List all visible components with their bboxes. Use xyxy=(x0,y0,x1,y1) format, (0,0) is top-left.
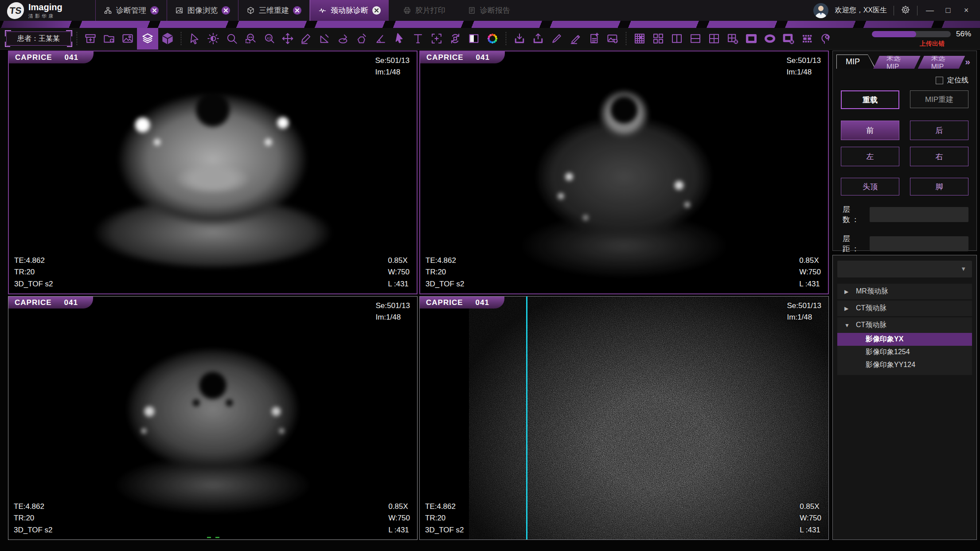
collapse-arrow-icon[interactable]: ▼ xyxy=(844,322,851,328)
filmstrip-icon[interactable] xyxy=(798,29,816,48)
pan-icon[interactable] xyxy=(278,29,297,48)
text-icon[interactable] xyxy=(409,29,427,48)
zoom-icon[interactable] xyxy=(223,29,241,48)
ai-assist-icon[interactable] xyxy=(816,29,835,48)
mri-image-2 xyxy=(420,51,828,293)
zoom-area-icon[interactable] xyxy=(241,29,260,48)
rect-shutter-close-icon[interactable] xyxy=(779,29,798,48)
cursor-icon[interactable] xyxy=(185,29,204,48)
maximize-button[interactable]: □ xyxy=(942,6,954,15)
brightness-icon[interactable] xyxy=(204,29,223,48)
close-tab-icon[interactable] xyxy=(150,6,159,15)
progress-fill xyxy=(872,31,916,37)
tab-image-browse[interactable]: 图像浏览 xyxy=(167,0,238,21)
expand-arrow-icon[interactable]: ▶ xyxy=(844,289,851,295)
tree-leaf-impression-1254[interactable]: 影像印象1254 xyxy=(837,346,972,359)
view-right-button[interactable]: 右 xyxy=(910,147,968,166)
expand-arrow-icon[interactable]: ▶ xyxy=(844,305,851,312)
close-tab-icon[interactable] xyxy=(293,6,301,15)
tree-node-ct-carotid-1[interactable]: ▶ CT颈动脉 xyxy=(837,301,972,316)
tree-leaf-impression-yy124[interactable]: 影像印象YY124 xyxy=(837,359,972,371)
tree-node-mr-carotid[interactable]: ▶ MR颈动脉 xyxy=(837,284,972,299)
mri-image-1 xyxy=(9,51,417,293)
split-vertical-icon[interactable] xyxy=(668,29,686,48)
image-upload-icon[interactable] xyxy=(603,29,622,48)
overlay-window-info: 0.85XW:750L :431 xyxy=(800,501,821,536)
invert-icon[interactable] xyxy=(465,29,483,48)
upload-icon[interactable] xyxy=(529,29,547,48)
close-button[interactable]: × xyxy=(960,6,972,15)
brand-name: Imaging xyxy=(28,2,62,12)
viewport-4[interactable]: CAPRICE 041 Se:501/13Im:1/48 TE:4.862TR:… xyxy=(419,296,829,540)
printer-icon xyxy=(403,6,411,15)
measure-line-icon[interactable] xyxy=(297,29,316,48)
folder-add-icon[interactable] xyxy=(100,29,118,48)
view-left-button[interactable]: 左 xyxy=(841,147,899,166)
measure-triangle-icon[interactable] xyxy=(316,29,334,48)
tab-diagnosis-report[interactable]: 诊断报告 xyxy=(460,0,518,21)
tab-diagnosis-manage[interactable]: 诊断管理 xyxy=(95,0,167,21)
tree-node-ct-carotid-2[interactable]: ▼ CT颈动脉 xyxy=(837,317,972,333)
grid-close-icon[interactable] xyxy=(723,29,742,48)
layer-count-input[interactable] xyxy=(870,207,968,222)
overlay-series-info: Se:501/13Im:1/48 xyxy=(375,55,410,78)
tab-film-print[interactable]: 胶片打印 xyxy=(395,0,453,21)
tab-mip[interactable]: MIP xyxy=(836,55,876,69)
tab-unselected-mip-2[interactable]: 未选MIP xyxy=(918,56,965,69)
localizer-line[interactable] xyxy=(526,297,527,539)
view-back-button[interactable]: 后 xyxy=(910,121,968,140)
ellipse-shutter-icon[interactable] xyxy=(761,29,779,48)
user-avatar[interactable] xyxy=(813,3,828,18)
measure-angle-icon[interactable] xyxy=(371,29,390,48)
photos-icon[interactable] xyxy=(118,29,137,48)
close-tab-icon[interactable] xyxy=(222,6,230,15)
viewport-1[interactable]: CAPRICE 041 Se:501/13Im:1/48 TE:4.862TR:… xyxy=(8,51,418,294)
settings-gear-icon[interactable] xyxy=(901,5,910,16)
draw-ellipse-icon[interactable] xyxy=(334,29,353,48)
localizer-checkbox[interactable] xyxy=(936,77,943,84)
reload-button[interactable]: 重载 xyxy=(841,90,899,109)
view-foot-button[interactable]: 脚 xyxy=(910,178,968,195)
layer-spacing-input[interactable] xyxy=(870,236,968,251)
grid-2x2-icon[interactable] xyxy=(705,29,723,48)
tree-leaf-impression-yx[interactable]: 影像印象YX xyxy=(837,333,972,346)
color-wheel-icon[interactable] xyxy=(483,29,502,48)
viewport-2[interactable]: CAPRICE 041 Se:501/13Im:1/48 TE:4.862TR:… xyxy=(419,51,829,294)
split-horizontal-icon[interactable] xyxy=(686,29,705,48)
grid-cell-icon[interactable] xyxy=(630,29,649,48)
overlay-acquisition-info: TE:4.862TR:203D_TOF s2 xyxy=(14,255,53,290)
tab-unselected-mip-1[interactable]: 未选MIP xyxy=(873,56,921,69)
view-front-button[interactable]: 前 xyxy=(841,121,899,140)
crop-add-icon[interactable] xyxy=(427,29,446,48)
mip-rebuild-button[interactable]: MIP重建 xyxy=(910,90,968,108)
view-head-button[interactable]: 头顶 xyxy=(841,178,899,195)
toolbar-separator xyxy=(181,32,181,45)
rotate-icon[interactable] xyxy=(446,29,465,48)
tab-carotid-diagnosis[interactable]: 颈动脉诊断 xyxy=(310,0,389,21)
brand-subtitle: 清影华康 xyxy=(28,13,62,19)
brush-icon[interactable] xyxy=(547,29,566,48)
download-icon[interactable] xyxy=(510,29,529,48)
upload-progress-bar xyxy=(872,31,951,37)
tab-3d-rebuild[interactable]: 三维重建 xyxy=(238,0,310,21)
pen-icon[interactable] xyxy=(566,29,585,48)
rect-shutter-icon[interactable] xyxy=(742,29,761,48)
viewport-3[interactable]: CAPRICE 041 Se:501/13Im:1/48 TE:4.862TR:… xyxy=(8,296,418,540)
series-dropdown[interactable]: ▼ xyxy=(837,261,972,277)
welcome-text: 欢迎您，XX医生 xyxy=(835,6,887,15)
archive-add-icon[interactable] xyxy=(81,29,100,48)
overlay-acquisition-info: TE:4.862TR:203D_TOF s2 xyxy=(425,501,464,536)
pointer-icon[interactable] xyxy=(390,29,409,48)
cube-solid-icon[interactable] xyxy=(158,29,177,48)
more-tabs-chevron-icon[interactable]: » xyxy=(965,57,970,69)
report-add-icon[interactable] xyxy=(585,29,603,48)
minimize-button[interactable]: — xyxy=(924,6,936,15)
layers-icon[interactable] xyxy=(137,28,158,50)
upload-progress-zone: 56% 上传出错 xyxy=(872,30,976,48)
draw-polygon-icon[interactable] xyxy=(353,29,371,48)
zoom-2x-icon[interactable]: x2 xyxy=(260,29,278,48)
grid-quad-icon[interactable] xyxy=(649,29,668,48)
series-title-tab: CAPRICE 041 xyxy=(9,51,94,63)
close-tab-icon[interactable] xyxy=(372,6,381,15)
overlay-series-info: Se:501/13Im:1/48 xyxy=(787,300,821,324)
